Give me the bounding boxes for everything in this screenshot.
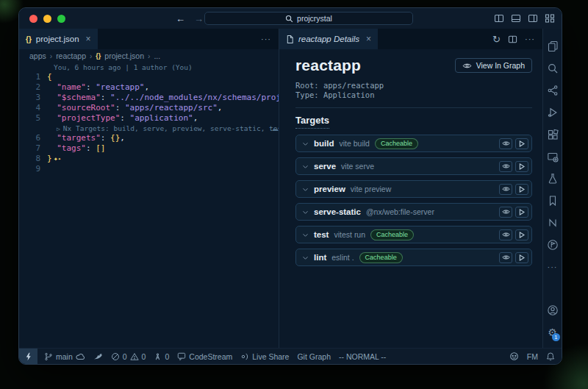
- sparkle-icon: ✦: [58, 154, 61, 164]
- refresh-icon[interactable]: ↻: [492, 34, 501, 45]
- remote-indicator[interactable]: [19, 349, 37, 365]
- chevron-down-icon[interactable]: [302, 188, 309, 192]
- run-target-button[interactable]: [515, 161, 528, 172]
- ports-status[interactable]: 0: [154, 352, 169, 361]
- more-actions-icon[interactable]: ···: [261, 35, 271, 43]
- fm-indicator[interactable]: FM: [527, 352, 538, 361]
- history-back-button[interactable]: ←: [176, 13, 185, 24]
- view-target-button[interactable]: [499, 252, 512, 263]
- view-target-button[interactable]: [499, 184, 512, 195]
- view-target-button[interactable]: [499, 161, 512, 172]
- nx-targets-codelens[interactable]: ▷Nx Targets: build, serve, preview, serv…: [19, 124, 279, 133]
- git-blame-lens[interactable]: You, 6 hours ago | 1 author (You): [19, 63, 279, 72]
- bookmarks-icon[interactable]: [547, 190, 559, 212]
- run-debug-icon[interactable]: [547, 101, 559, 124]
- git-branch-icon: [44, 352, 53, 361]
- testing-beaker-icon[interactable]: [547, 168, 559, 190]
- project-root: Root: apps/reactapp: [295, 81, 532, 90]
- run-target-button[interactable]: [515, 184, 528, 195]
- toggle-panel-bottom-icon[interactable]: [511, 13, 521, 24]
- target-row-test[interactable]: test vitest run Cacheable: [295, 226, 532, 243]
- errors-icon: [111, 352, 120, 361]
- live-share-status[interactable]: Live Share: [240, 352, 289, 361]
- history-forward-button[interactable]: →: [194, 13, 204, 24]
- left-tab-bar: {} project.json × ···: [19, 29, 279, 49]
- code-line: 8}✦✦: [19, 154, 279, 164]
- chevron-down-icon[interactable]: [302, 210, 309, 215]
- breadcrumb-item[interactable]: project.json: [104, 51, 144, 60]
- view-target-button[interactable]: [499, 138, 512, 149]
- settings-gear-icon[interactable]: ⚙ 1: [548, 321, 557, 343]
- radio-tower-icon: [154, 352, 162, 360]
- code-line: 4 "sourceRoot": "apps/reactapp/src",: [19, 103, 279, 113]
- copilot-icon[interactable]: [509, 351, 519, 361]
- tab-label: project.json: [36, 35, 79, 43]
- nx-console-icon[interactable]: [547, 212, 559, 234]
- run-target-button[interactable]: [515, 207, 528, 218]
- source-control-share-icon[interactable]: [547, 79, 559, 101]
- more-actions-icon[interactable]: ···: [525, 35, 535, 43]
- breadcrumb-item[interactable]: apps: [29, 51, 46, 60]
- toggle-panel-left-icon[interactable]: [494, 13, 504, 24]
- right-tab-bar: reactapp Details × ↻ ···: [279, 29, 542, 49]
- view-target-button[interactable]: [499, 207, 512, 218]
- divider: [295, 107, 532, 108]
- minimize-window-button[interactable]: [43, 15, 51, 23]
- cacheable-badge: Cacheable: [375, 138, 418, 149]
- vim-mode-indicator[interactable]: -- NORMAL --: [339, 352, 386, 361]
- settings-badge: 1: [552, 333, 560, 341]
- cacheable-badge: Cacheable: [359, 252, 403, 263]
- customize-layout-icon[interactable]: [545, 13, 555, 24]
- chevron-right-icon: ›: [90, 52, 92, 60]
- remote-explorer-icon[interactable]: [547, 146, 559, 168]
- breadcrumb: apps › reactapp › {} project.json › ...: [19, 49, 279, 63]
- close-window-button[interactable]: [29, 15, 37, 23]
- file-icon: [286, 35, 294, 44]
- target-row-lint[interactable]: lint eslint . Cacheable: [295, 249, 532, 266]
- chevron-down-icon[interactable]: [302, 165, 309, 169]
- split-editor-icon[interactable]: [508, 35, 517, 44]
- code-line: 3 "$schema": "../../node_modules/nx/sche…: [19, 93, 279, 103]
- tab-project-json[interactable]: {} project.json ×: [19, 29, 98, 49]
- git-graph-status[interactable]: Git Graph: [297, 352, 331, 361]
- search-icon: [285, 15, 293, 23]
- code-editor[interactable]: You, 6 hours ago | 1 author (You) 1{ 2 "…: [19, 63, 279, 348]
- view-target-button[interactable]: [499, 229, 512, 240]
- search-icon[interactable]: [547, 57, 559, 79]
- chevron-down-icon[interactable]: [302, 256, 309, 260]
- scrollbar-decoration: [273, 129, 278, 131]
- view-in-graph-button[interactable]: View In Graph: [455, 58, 532, 73]
- cacheable-badge: Cacheable: [370, 229, 414, 240]
- eye-icon: [462, 63, 472, 69]
- breadcrumb-item[interactable]: reactapp: [56, 51, 86, 60]
- flag-circle-icon[interactable]: [547, 234, 559, 256]
- account-icon[interactable]: [547, 299, 559, 321]
- run-target-button[interactable]: [515, 138, 528, 149]
- chevron-down-icon[interactable]: [302, 142, 309, 146]
- problems-status[interactable]: 0 0: [111, 352, 146, 361]
- toggle-panel-right-icon[interactable]: [528, 13, 538, 24]
- project-details-panel: reactapp View In Graph Root: apps/reacta…: [279, 49, 542, 348]
- chevron-down-icon[interactable]: [302, 233, 309, 238]
- target-row-serve-static[interactable]: serve-static @nx/web:file-server: [295, 203, 532, 221]
- maximize-window-button[interactable]: [57, 15, 65, 23]
- tab-reactapp-details[interactable]: reactapp Details ×: [279, 29, 378, 49]
- run-target-button[interactable]: [515, 252, 528, 263]
- run-target-button[interactable]: [515, 229, 528, 240]
- extensions-icon[interactable]: [547, 124, 559, 146]
- codestream-status[interactable]: CodeStream: [177, 352, 232, 361]
- target-row-serve[interactable]: serve vite serve: [295, 157, 532, 175]
- target-row-preview[interactable]: preview vite preview: [295, 180, 532, 198]
- close-tab-icon[interactable]: ×: [366, 34, 371, 44]
- git-branch-status[interactable]: main: [44, 352, 85, 361]
- breadcrumb-item[interactable]: ...: [154, 51, 160, 60]
- status-bar: main 0 0 0 CodeStream Live Share Git Gra…: [19, 348, 562, 364]
- code-line: 9: [19, 164, 279, 174]
- target-row-build[interactable]: build vite build Cacheable: [295, 135, 532, 152]
- command-center-search[interactable]: projcrystal: [204, 12, 413, 25]
- close-tab-icon[interactable]: ×: [86, 34, 91, 44]
- notifications-bell-icon[interactable]: [546, 351, 555, 361]
- explorer-icon[interactable]: [547, 35, 559, 57]
- additional-views-icon[interactable]: ···: [548, 256, 558, 278]
- bird-extension-status[interactable]: [93, 352, 103, 360]
